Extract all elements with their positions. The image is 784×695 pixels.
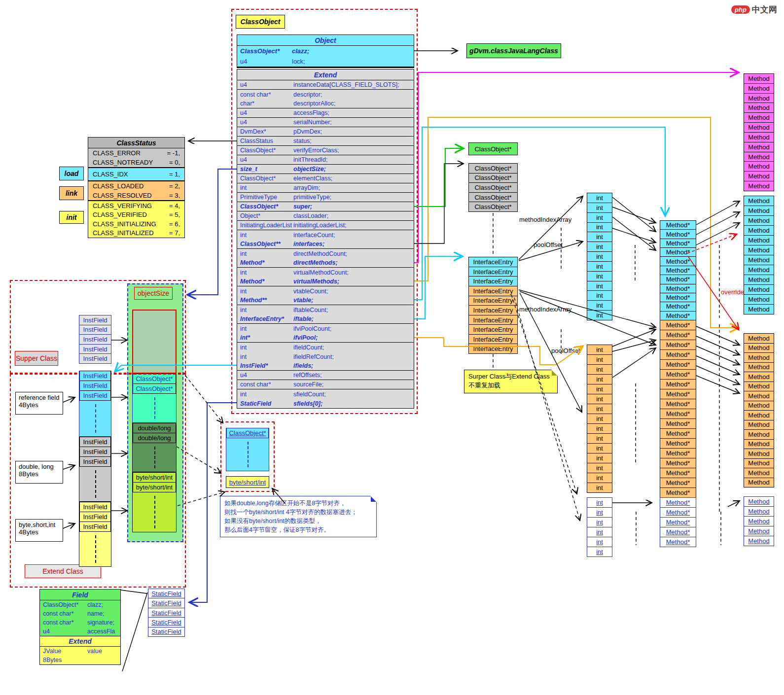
struct-row: DvmDex*pDvmDex; [237,127,414,137]
vtable-more: Method*Method*Method*Method*Method* [660,498,696,547]
status-row: CLASS_IDX= 1, [88,168,184,180]
instfield-col-reference: InstFieldInstFieldInstField [79,371,111,437]
method-cell: Method [744,265,774,275]
method-ptr-cell: Method* [660,340,696,350]
continuation-dashes [79,401,111,436]
struct-row: JValuevalue [40,647,120,656]
method-ptr-cell: Method* [660,275,696,284]
struct-row: ClassObject*super; [237,202,414,211]
struct-row: ClassObject*clazz; [237,46,414,56]
struct-row: Method*directMethods; [237,258,414,268]
int-cell: int [587,507,612,518]
method-ptr-cell: Method* [660,256,696,266]
method-index-array-label-1: methodIndexArray [519,216,571,223]
extend-rows: u4instanceData[CLASS_FIELD_SLOTS];const … [237,80,414,408]
struct-row: Object*classLoader; [237,211,414,221]
instfield-cell: InstField [79,353,111,364]
instfield-cell: InstField [79,502,111,512]
interface-entry-cell: InterfaceEntry [468,344,518,354]
class-status-box: ClassStatus CLASS_ERROR= -1,CLASS_NOTREA… [88,137,185,238]
int-cell: int [587,404,612,414]
iftable-super: InterfaceEntryInterfaceEntryInterfaceEnt… [468,257,518,286]
note-line: 如果没有byte/short/int的数据类型， [224,517,372,525]
method-ptr-cell: Method* [660,487,696,498]
status-row: CLASS_VERIFIED= 5, [88,210,184,220]
interface-entry-cell: InterfaceEntry [468,334,518,345]
method-cell: Method [744,171,774,181]
reference-field-label: reference field 4Bytes [15,392,63,415]
int-cell: int [587,443,612,453]
int-cell: int [587,222,612,233]
method-ptr-cell: Method* [660,379,696,389]
classobject-ptr-cell: ClassObject* [468,202,518,212]
site-logo: php 中文网 [731,4,777,15]
continuation-dashes [79,467,111,501]
struct-row: Method**vtable; [237,296,414,305]
method-cell: Method [744,93,774,104]
method-cell: Method [744,132,774,142]
reference-target-box: ClassObject* [226,428,269,471]
method-ptr-cell: Method* [660,537,696,547]
struct-row: const char*descriptor; [237,90,414,99]
extend-section: Extend u4instanceData[CLASS_FIELD_SLOTS]… [237,69,414,409]
int-cell: int [587,212,612,223]
int-cell: int [587,453,612,463]
struct-row: const char*sourceFile; [237,380,414,389]
int-cell: int [587,433,612,444]
method-ptr-cell: Method* [660,247,696,257]
int-cell: int [587,300,612,311]
int-cell: int [587,384,612,394]
continuation-dashes [226,438,269,471]
struct-row: intsfieldCount; [237,389,414,399]
method-cell: Method [744,526,774,536]
struct-row: int*ifviPool; [237,333,414,343]
method-cell: Method [744,516,774,526]
method-ptr-cell: Method* [660,359,696,370]
method-cell: Method [744,401,774,411]
int-cell: int [587,547,612,557]
struct-row: const char*name; [40,609,120,618]
method-cell: Method [744,382,774,392]
method-index-array-label-2: methodIndexArray [519,306,571,313]
interface-entry-cell: InterfaceEntry [468,276,518,286]
struct-row: InterfaceEntry*iftable; [237,314,414,324]
int-cell: int [587,281,612,291]
method-cell: Method [744,362,774,373]
int-cell: int [587,354,612,365]
struct-row: ClassStatusstatus; [237,137,414,146]
alignment-note: 如果double,long存储区开始不是8字节对齐，则找一个byte/short… [220,496,377,537]
int-cell: int [587,364,612,375]
method-ptr-cell: Method* [660,517,696,527]
method-cell: Method [744,161,774,172]
status-row: CLASS_RESOLVED= 3, [88,191,184,200]
method-cell: Method [744,225,774,236]
line-field-staticfield-2 [121,590,147,593]
ifvipool-super: intintintintintintintintintintintintint [587,193,612,320]
byte-short-int-label: byte,short,int 4Bytes [15,519,63,542]
instfield-cell: InstField [79,325,111,335]
php-logo-icon: php [731,5,750,14]
instfield-cell: InstField [79,371,111,381]
method-cell: Method [744,352,774,363]
arrow-interfaces [414,164,463,243]
struct-row: const char*signature; [40,618,120,627]
method-cell: Method [744,468,774,478]
int-cell: int [587,374,612,384]
struct-row: intvtableCount; [237,286,414,296]
method-ptr-cell: Method* [660,389,696,399]
int-cell: int [587,473,612,483]
struct-row: ClassObject**interfaces; [237,240,414,249]
vtable-super: Method*Method*Method*Method*Method*Metho… [660,221,696,320]
method-ptr-cell: Method* [660,527,696,537]
line-objectsize [187,169,237,295]
int-cell: int [587,261,612,272]
method-cell: Method [744,275,774,285]
interfaces-array: ClassObject*ClassObject*ClassObject*Clas… [468,164,518,212]
struct-row: InstField*ifields; [237,361,414,371]
status-row: CLASS_INITIALIZING= 6, [88,219,184,229]
method-cell: Method [744,112,774,123]
struct-row: u4lock; [237,56,414,67]
struct-row: u4initThreadId; [237,155,414,165]
struct-row: u4accessFla [40,627,120,636]
iface-note: Surper Class与Extend Class 不重复加载 [464,370,558,393]
